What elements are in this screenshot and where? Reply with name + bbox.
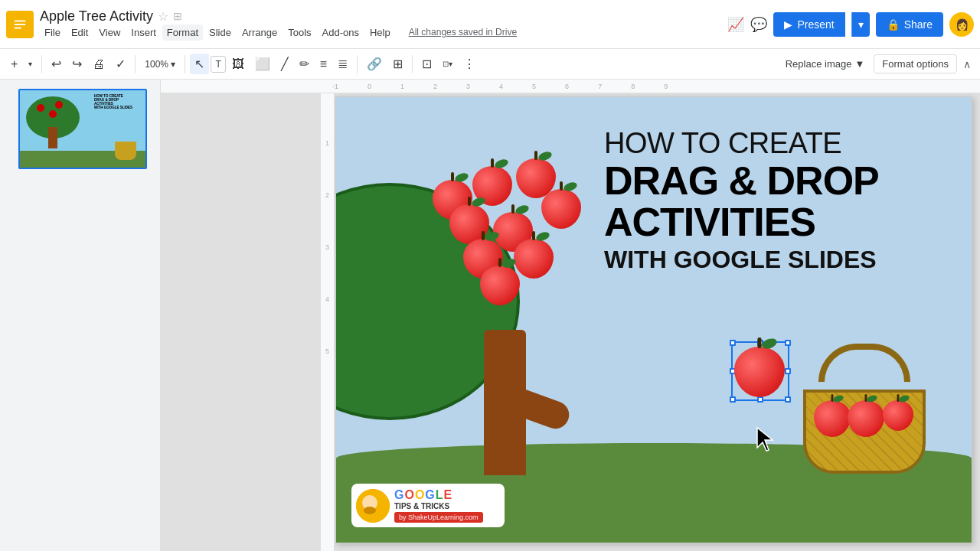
menu-slide[interactable]: Slide: [204, 24, 236, 41]
thumb-apple-3: [55, 101, 63, 109]
avatar[interactable]: 👩: [949, 12, 974, 37]
present-label: Present: [797, 18, 834, 31]
thumb-tree-trunk: [48, 127, 57, 148]
ruler-left: 1 2 3 4 5: [321, 93, 335, 551]
slide-canvas[interactable]: HOW TO CREATE DRAG & DROP ACTIVITIES WIT…: [335, 96, 972, 543]
slide-text: HOW TO CREATE DRAG & DROP ACTIVITIES WIT…: [604, 128, 956, 273]
menu-view[interactable]: View: [94, 24, 125, 41]
menu-edit[interactable]: Edit: [67, 24, 93, 41]
align-right-button[interactable]: ≣: [333, 54, 352, 74]
share-label: Share: [904, 18, 933, 31]
share-button[interactable]: 🔒 Share: [876, 12, 943, 37]
thumb-apple-2: [49, 110, 57, 118]
comments-button[interactable]: 💬: [750, 16, 767, 33]
tree-trunk: [484, 330, 526, 475]
logo-text: GOOGLE TIPS & TRICKS by ShakeUpLearning.…: [394, 488, 483, 523]
shape-tool-button[interactable]: ⬜: [250, 54, 275, 74]
sel-handle-bot-mid[interactable]: [757, 396, 763, 403]
slide-text-line4: WITH GOOGLE SLIDES: [604, 246, 956, 273]
zoom-button[interactable]: 100% ▾: [140, 56, 180, 73]
present-icon: ▶: [784, 18, 792, 31]
slide-text-line2: DRAG & DROP: [604, 160, 956, 202]
menu-tools[interactable]: Tools: [283, 24, 315, 41]
svg-marker-4: [757, 428, 773, 451]
doc-title-text[interactable]: Apple Tree Activity: [40, 8, 153, 24]
basket: [803, 367, 926, 474]
sel-handle-top-right[interactable]: [785, 340, 791, 346]
app-icon: [6, 11, 34, 38]
text-tool-button[interactable]: T: [211, 56, 225, 73]
menu-bar: File Edit View Insert Format Slide Arran…: [40, 24, 521, 41]
basket-handle: [818, 344, 910, 382]
logo-icon: [356, 489, 390, 523]
toolbar-right: Replace image ▼ Format options ∧: [779, 54, 974, 73]
slide-thumbnail[interactable]: HOW TO CREATEDRAG & DROPACTIVITIESWITH G…: [18, 89, 147, 169]
sel-handle-bot-right[interactable]: [785, 396, 791, 403]
add-dropdown-button[interactable]: ▾: [24, 57, 37, 71]
toolbar-divider-1: [41, 55, 42, 73]
save-status: All changes saved in Drive: [404, 24, 521, 41]
lock-icon: 🔒: [887, 18, 900, 31]
sel-handle-bot-left[interactable]: [730, 396, 736, 403]
main-area: 1 HOW TO CREATEDRAG & DROPACTIVITIESWITH…: [0, 80, 980, 551]
present-button[interactable]: ▶ Present: [773, 12, 844, 37]
cursor-tool-button[interactable]: ↖: [190, 54, 209, 74]
right-controls: 📈 💬 ▶ Present ▾ 🔒 Share 👩: [727, 12, 974, 37]
title-area: Apple Tree Activity ☆ ⊞ File Edit View I…: [40, 8, 521, 41]
undo-button[interactable]: ↩: [47, 54, 66, 74]
activity-dashboard-button[interactable]: 📈: [727, 16, 744, 33]
image-options-button[interactable]: ⋮: [459, 54, 480, 74]
tree-apple-6: [541, 189, 581, 229]
slides-panel: 1 HOW TO CREATEDRAG & DROPACTIVITIESWITH…: [0, 80, 161, 551]
menu-file[interactable]: File: [40, 24, 65, 41]
pen-tool-button[interactable]: ✏: [295, 54, 314, 74]
insert-button[interactable]: ⊞: [388, 54, 407, 74]
toolbar-divider-2: [135, 55, 136, 73]
svg-rect-1: [15, 20, 26, 21]
toolbar-divider-5: [412, 55, 413, 73]
menu-format[interactable]: Format: [162, 24, 203, 41]
replace-image-label: Replace image: [786, 58, 852, 70]
align-left-button[interactable]: ≡: [315, 54, 332, 74]
link-button[interactable]: 🔗: [362, 54, 387, 74]
basket-body: [803, 390, 926, 474]
slide-text-line3: ACTIVITIES: [604, 201, 956, 243]
menu-help[interactable]: Help: [365, 24, 395, 41]
menu-insert[interactable]: Insert: [126, 24, 161, 41]
logo-by: by ShakeUpLearning.com: [394, 512, 483, 523]
image-tool-button[interactable]: 🖼: [227, 54, 249, 74]
mask-button[interactable]: ⊡▾: [438, 57, 457, 71]
print-button[interactable]: 🖨: [88, 54, 109, 74]
present-dropdown-button[interactable]: ▾: [851, 12, 870, 37]
toolbar-divider-4: [357, 55, 358, 73]
add-button[interactable]: +: [6, 54, 22, 74]
spell-check-button[interactable]: ✓: [111, 54, 130, 74]
menu-arrange[interactable]: Arrange: [237, 24, 282, 41]
slide-thumb-container: 1 HOW TO CREATEDRAG & DROPACTIVITIESWITH…: [6, 89, 154, 169]
redo-button[interactable]: ↪: [67, 54, 87, 74]
google-logo-text: GOOGLE: [394, 488, 483, 502]
doc-title: Apple Tree Activity ☆ ⊞: [40, 8, 521, 24]
slide-text-line1: HOW TO CREATE: [604, 128, 956, 160]
tree-apple-8: [514, 239, 554, 279]
format-options-button[interactable]: Format options: [874, 54, 957, 73]
line-tool-button[interactable]: ╱: [276, 54, 293, 74]
sel-handle-top-left[interactable]: [730, 340, 736, 346]
folder-icon[interactable]: ⊞: [173, 10, 182, 22]
svg-point-7: [364, 507, 376, 514]
svg-rect-3: [15, 27, 21, 28]
top-bar: Apple Tree Activity ☆ ⊞ File Edit View I…: [0, 0, 980, 49]
menu-addons[interactable]: Add-ons: [318, 24, 364, 41]
star-icon[interactable]: ☆: [158, 9, 168, 24]
sel-handle-right-mid[interactable]: [785, 368, 791, 374]
ruler-top: -1 0 1 2 3 4 5 6 7 8 9: [161, 80, 980, 93]
replace-image-arrow: ▼: [854, 58, 864, 70]
logo-overlay: GOOGLE TIPS & TRICKS by ShakeUpLearning.…: [351, 484, 505, 527]
thumb-apple-1: [37, 104, 44, 112]
logo-subtitle: TIPS & TRICKS: [394, 502, 483, 510]
thumb-text: HOW TO CREATEDRAG & DROPACTIVITIESWITH G…: [94, 95, 144, 110]
collapse-toolbar-button[interactable]: ∧: [960, 55, 974, 73]
canvas-area: -1 0 1 2 3 4 5 6 7 8 9 1 2 3 4 5: [161, 80, 980, 551]
replace-image-button[interactable]: Replace image ▼: [779, 55, 871, 73]
crop-button[interactable]: ⊡: [417, 54, 436, 74]
